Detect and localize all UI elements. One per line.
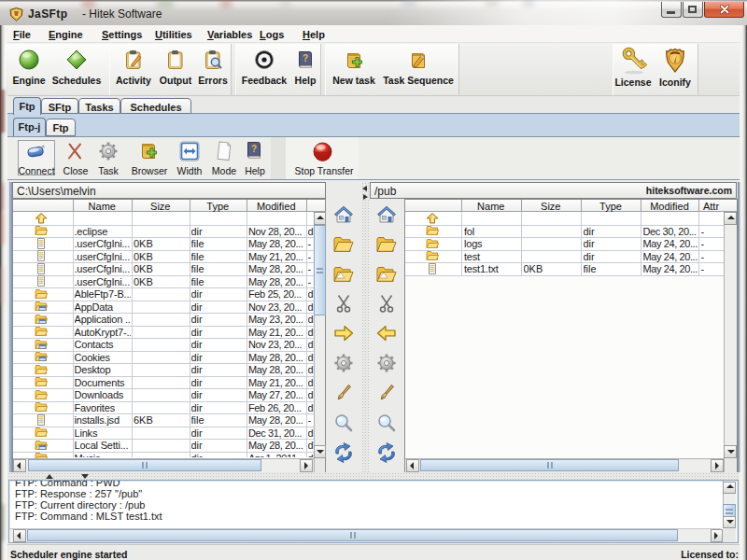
svg-text:?: ? [251, 144, 257, 154]
svg-text:?: ? [303, 53, 308, 63]
